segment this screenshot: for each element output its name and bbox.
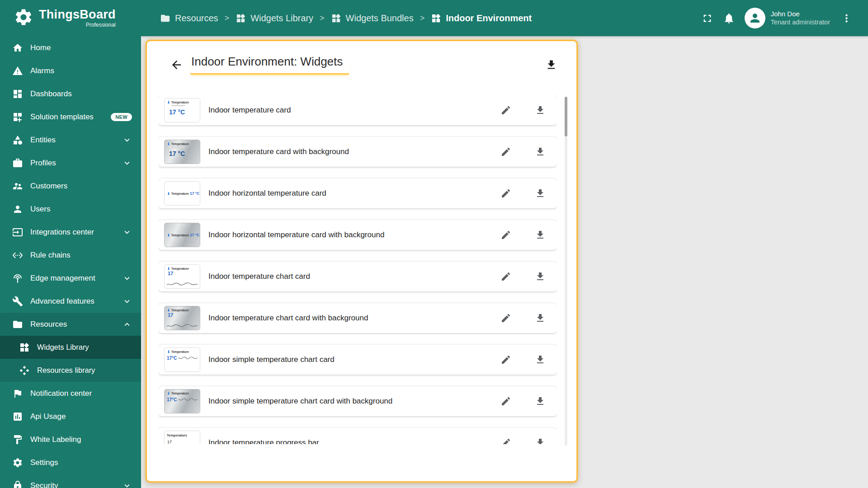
sidebar-item-home[interactable]: Home <box>0 36 141 59</box>
edit-widget-button[interactable] <box>496 391 516 411</box>
sidebar-item-label: Edge management <box>30 274 95 283</box>
thumb-value: 17 °C <box>190 233 199 237</box>
thumb-value-row: 17°C <box>165 395 200 403</box>
download-widget-button[interactable] <box>530 100 550 120</box>
thingsboard-logo-icon <box>14 7 33 27</box>
breadcrumb-item-widgets-bundles[interactable]: Widgets Bundles <box>331 13 414 23</box>
widget-name: Indoor horizontal temperature card <box>208 189 496 198</box>
chevron-down-icon <box>122 227 132 237</box>
sidebar-item-customers[interactable]: Customers <box>0 174 141 197</box>
download-widget-button[interactable] <box>530 308 550 328</box>
users-icon <box>12 204 23 215</box>
widget-row[interactable]: Temperature17 °CIndoor temperature card <box>159 95 557 125</box>
sidebar-item-settings[interactable]: Settings <box>0 451 141 474</box>
edit-widget-button[interactable] <box>496 267 516 286</box>
widget-row[interactable]: Temperature17 °CIndoor horizontal temper… <box>159 220 557 250</box>
sidebar-item-profiles[interactable]: Profiles <box>0 151 141 174</box>
download-widget-button[interactable] <box>530 350 550 370</box>
mini-chart-line <box>178 396 198 403</box>
sidebar-item-api-usage[interactable]: Api Usage <box>0 405 141 428</box>
sidebar-item-dashboards[interactable]: Dashboards <box>0 82 141 105</box>
sidebar-item-label: Notification center <box>30 389 92 398</box>
widget-row[interactable]: Temperature17 °CIndoor horizontal temper… <box>159 178 557 208</box>
thermometer-icon <box>167 391 170 395</box>
breadcrumb-item-resources[interactable]: Resources <box>160 13 218 23</box>
sidebar-item-integrations-center[interactable]: Integrations center <box>0 221 141 244</box>
thumb-subtitle-placeholder <box>171 105 185 106</box>
edit-icon <box>500 437 511 444</box>
edit-widget-button[interactable] <box>496 100 516 120</box>
edit-widget-button[interactable] <box>496 225 516 245</box>
download-icon <box>535 354 546 365</box>
sidebar-item-entities[interactable]: Entities <box>0 128 141 151</box>
bell-icon <box>723 12 735 24</box>
widget-row[interactable]: Temperature17°CIndoor simple temperature… <box>159 345 557 375</box>
sidebar-item-resources-library[interactable]: Resources library <box>0 359 141 382</box>
download-icon <box>535 105 546 116</box>
edit-widget-button[interactable] <box>496 308 516 328</box>
edit-icon <box>500 354 511 365</box>
app-logo[interactable]: ThingsBoard Professional <box>0 0 141 36</box>
widget-name: Indoor temperature progress bar <box>208 438 496 444</box>
widget-row-actions <box>496 433 550 444</box>
edit-widget-button[interactable] <box>496 142 516 162</box>
fullscreen-button[interactable] <box>697 7 718 29</box>
panel-header: Indoor Environment: Widgets <box>147 41 576 77</box>
download-widget-button[interactable] <box>530 267 550 286</box>
edit-widget-button[interactable] <box>496 350 516 370</box>
sidebar-item-solution-templates[interactable]: Solution templatesNEW <box>0 105 141 128</box>
sidebar-item-security[interactable]: Security <box>0 474 141 488</box>
sidebar-item-rule-chains[interactable]: Rule chains <box>0 244 141 267</box>
sidebar-item-white-labeling[interactable]: White Labeling <box>0 428 141 451</box>
sidebar-nav: HomeAlarmsDashboardsSolution templatesNE… <box>0 36 141 488</box>
notifications-button[interactable] <box>718 7 740 29</box>
thumb-title: Temperature <box>171 309 189 312</box>
sidebar-item-label: Resources library <box>37 366 95 375</box>
user-info[interactable]: John Doe Tenant administrator <box>771 9 830 27</box>
content-area: Indoor Environment: Widgets Temperature1… <box>141 36 868 488</box>
export-bundle-button[interactable] <box>541 55 561 75</box>
scrollbar[interactable] <box>565 97 567 446</box>
widget-row[interactable]: Temperature17Indoor temperature progress… <box>159 428 557 444</box>
resources-library-icon <box>19 365 30 376</box>
app-root: ThingsBoard Professional HomeAlarmsDashb… <box>0 0 868 488</box>
sidebar-group-resources: ResourcesWidgets LibraryResources librar… <box>0 313 141 382</box>
more-menu-button[interactable] <box>835 7 857 29</box>
widget-row[interactable]: Temperature17°CIndoor simple temperature… <box>159 386 557 416</box>
profiles-icon <box>12 158 23 169</box>
download-widget-button[interactable] <box>530 225 550 245</box>
edit-widget-button[interactable] <box>496 183 516 203</box>
sidebar-item-advanced-features[interactable]: Advanced features <box>0 290 141 313</box>
scrollbar-thumb[interactable] <box>565 97 567 136</box>
sidebar-item-notification-center[interactable]: Notification center <box>0 382 141 405</box>
mini-chart-line <box>178 355 198 361</box>
avatar[interactable] <box>745 8 765 28</box>
breadcrumb-item-indoor-environment[interactable]: Indoor Environment <box>431 13 532 23</box>
download-widget-button[interactable] <box>530 142 550 162</box>
widget-name: Indoor temperature chart card <box>208 272 496 281</box>
widgets-icon <box>331 13 341 23</box>
main-column: Resources>Widgets Library>Widgets Bundle… <box>141 0 868 488</box>
sidebar-item-widgets-library[interactable]: Widgets Library <box>0 336 141 359</box>
widget-name: Indoor simple temperature chart card wit… <box>208 397 496 406</box>
sidebar-item-edge-management[interactable]: Edge management <box>0 267 141 290</box>
download-widget-button[interactable] <box>530 391 550 411</box>
sidebar-item-label: Dashboards <box>30 89 72 99</box>
sidebar-item-users[interactable]: Users <box>0 197 141 221</box>
edit-icon <box>500 188 511 199</box>
edit-widget-button[interactable] <box>496 433 516 444</box>
download-widget-button[interactable] <box>530 433 550 444</box>
back-button[interactable] <box>167 55 186 74</box>
thumb-header: Temperature <box>165 306 200 312</box>
sidebar-item-resources[interactable]: Resources <box>0 313 141 336</box>
widget-row[interactable]: Temperature17Indoor temperature chart ca… <box>159 262 557 291</box>
widget-thumbnail: Temperature17 <box>164 306 200 330</box>
widget-row[interactable]: Temperature17Indoor temperature chart ca… <box>159 303 557 333</box>
breadcrumb-item-widgets-library[interactable]: Widgets Library <box>236 13 313 23</box>
edit-icon <box>500 146 511 157</box>
widget-row[interactable]: Temperature17 °CIndoor temperature card … <box>159 137 557 167</box>
download-widget-button[interactable] <box>530 183 550 203</box>
download-icon <box>535 437 546 444</box>
home-icon <box>12 42 23 53</box>
sidebar-item-alarms[interactable]: Alarms <box>0 59 141 82</box>
